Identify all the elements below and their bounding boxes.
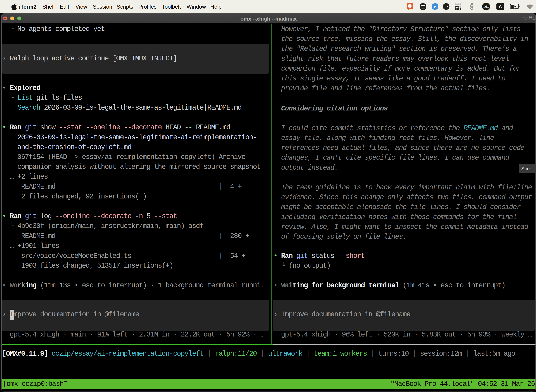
svg-text:1: 1 <box>533 17 535 21</box>
